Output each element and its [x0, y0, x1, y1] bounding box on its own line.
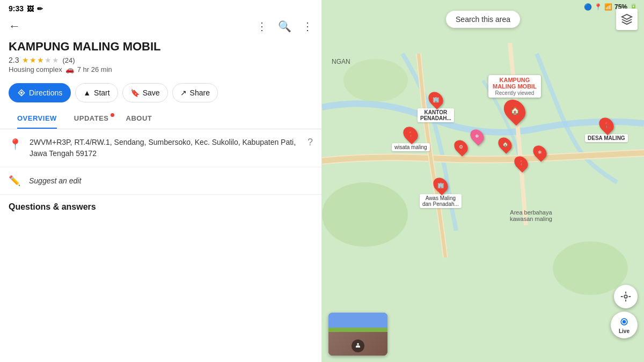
- status-bar: 9:33 🖼 ✏: [0, 0, 321, 15]
- search-icon[interactable]: 🔍: [278, 20, 291, 33]
- live-button[interactable]: Live: [611, 312, 638, 338]
- start-button[interactable]: ▲ Start: [75, 83, 118, 102]
- pin-area4[interactable]: 📍: [515, 156, 527, 171]
- pin-icon-kantor: 🏢: [433, 97, 439, 102]
- share-icon[interactable]: ⋮: [257, 20, 267, 33]
- pin-body-desa: 📍: [596, 115, 617, 135]
- suggest-edit-row[interactable]: ✏️ Suggest an edit: [0, 167, 321, 195]
- layers-button[interactable]: [616, 9, 638, 30]
- street-view-thumbnail[interactable]: [328, 313, 387, 356]
- place-name: KAMPUNG MALING MOBIL: [9, 40, 313, 54]
- pin-label-kantor: KANTORPENADAH...: [418, 108, 454, 122]
- svg-point-0: [322, 182, 408, 247]
- place-type-text: Housing complex: [9, 65, 62, 73]
- pin-body-main: 🏠: [500, 95, 530, 126]
- map-label-ngan: NGAN: [332, 58, 350, 65]
- pin-icon-area1: ⚙: [459, 144, 463, 150]
- pin-icon-desa: 📍: [603, 122, 610, 128]
- my-location-button[interactable]: [614, 285, 638, 308]
- pin-wisata[interactable]: 📍 wisata maling: [392, 126, 430, 151]
- edit-icon: ✏️: [9, 175, 21, 187]
- address-row: 📍 2WVM+R3P, RT.4/RW.1, Sendang, Sumberso…: [0, 129, 321, 167]
- pin-body-kantor: 🏢: [426, 89, 446, 109]
- signal-icon: 📶: [604, 3, 612, 11]
- live-label: Live: [619, 328, 630, 334]
- svg-point-4: [623, 320, 626, 323]
- pin-area5[interactable]: ❄: [534, 145, 546, 160]
- pin-area2[interactable]: ❄: [471, 129, 483, 144]
- pin-body-awas: 🏢: [430, 175, 451, 195]
- address-text: 2WVM+R3P, RT.4/RW.1, Sendang, Sumbersoko…: [30, 137, 300, 159]
- top-bar: ← ⋮ 🔍 ⋮: [0, 15, 321, 38]
- directions-icon: [17, 88, 26, 97]
- map-svg: [322, 0, 644, 362]
- status-icon-edit: ✏: [37, 5, 43, 13]
- pin-awas[interactable]: 🏢 Awas Malingdan Penadah...: [420, 177, 462, 208]
- help-icon[interactable]: ?: [308, 137, 313, 148]
- pin-label-awas: Awas Malingdan Penadah...: [420, 194, 462, 208]
- rating-number: 2.3: [9, 56, 19, 64]
- status-icon-photo: 🖼: [27, 5, 34, 13]
- action-buttons: Directions ▲ Start 🔖 Save ↗ Share: [0, 78, 321, 108]
- suggest-edit-text[interactable]: Suggest an edit: [29, 176, 81, 185]
- pin-area3[interactable]: 🏠: [499, 137, 511, 152]
- location-crosshair-icon: [620, 291, 632, 302]
- street-view-icon: [352, 339, 364, 352]
- review-count[interactable]: (24): [62, 56, 75, 64]
- place-type-row: Housing complex 🚗 7 hr 26 min: [9, 65, 313, 73]
- status-time: 9:33: [9, 4, 24, 13]
- svg-point-2: [343, 59, 408, 102]
- star-5: ★: [52, 56, 59, 64]
- pin-icon-area4: 📍: [518, 160, 524, 166]
- share-button[interactable]: ↗ Share: [172, 83, 218, 102]
- save-button[interactable]: 🔖 Save: [122, 83, 168, 102]
- pin-icon-main: 🏠: [510, 106, 519, 115]
- pin-icon-area2: ❄: [475, 134, 479, 139]
- layers-icon: [621, 13, 633, 25]
- pin-icon-area3: 🏠: [502, 142, 508, 147]
- pin-label-main: KAMPUNGMALING MOBILRecently viewed: [488, 75, 541, 98]
- star-1: ★: [22, 56, 29, 64]
- star-2: ★: [30, 56, 36, 64]
- rating-row: 2.3 ★ ★ ★ ★ ★ (24): [9, 56, 313, 64]
- start-icon: ▲: [83, 88, 91, 97]
- bluetooth-icon: 🔵: [584, 3, 592, 11]
- search-area-button[interactable]: Search this area: [446, 11, 520, 28]
- label-berbahaya: Area berbahayakawasan maling: [510, 209, 552, 222]
- pin-body-wisata: 📍: [400, 124, 421, 144]
- pin-icon-awas: 🏢: [437, 182, 444, 188]
- location-pin-icon: 📍: [9, 137, 22, 151]
- map-panel[interactable]: 🔵 📍 📶 75% 🔋 Search this area NGAN 🏢 KANT…: [322, 0, 644, 362]
- more-options-icon[interactable]: ⋮: [302, 20, 313, 33]
- pin-area1[interactable]: ⚙: [455, 139, 467, 154]
- pin-icon-area5: ❄: [538, 150, 542, 155]
- tabs: OVERVIEW UPDATES ABOUT: [0, 108, 321, 129]
- save-icon: 🔖: [130, 88, 140, 97]
- svg-point-6: [357, 343, 359, 345]
- star-3: ★: [37, 56, 44, 64]
- directions-button[interactable]: Directions: [9, 83, 71, 102]
- pin-label-desa: DESA MALING: [585, 134, 628, 142]
- left-panel: 9:33 🖼 ✏ ← ⋮ 🔍 ⋮ KAMPUNG MALING MOBIL 2.…: [0, 0, 322, 362]
- live-icon: [619, 316, 630, 327]
- svg-point-3: [624, 295, 627, 298]
- tab-updates[interactable]: UPDATES: [65, 108, 118, 129]
- pin-main[interactable]: KAMPUNGMALING MOBILRecently viewed 🏠: [488, 75, 541, 122]
- place-info: KAMPUNG MALING MOBIL 2.3 ★ ★ ★ ★ ★ (24) …: [0, 38, 321, 78]
- share-icon-btn: ↗: [180, 88, 187, 97]
- pin-icon-wisata: 📍: [407, 131, 414, 137]
- drive-time: 7 hr 26 min: [77, 65, 112, 73]
- back-button[interactable]: ←: [9, 19, 20, 33]
- tab-about[interactable]: ABOUT: [118, 108, 161, 129]
- pin-desa[interactable]: 📍 DESA MALING: [585, 117, 628, 142]
- pin-label-wisata: wisata maling: [392, 143, 430, 151]
- svg-point-1: [553, 241, 628, 295]
- star-rating: ★ ★ ★ ★ ★: [22, 56, 59, 64]
- location-icon: 📍: [594, 3, 602, 11]
- star-4: ★: [45, 56, 52, 64]
- qa-section-title: Questions & answers: [0, 195, 321, 215]
- updates-dot: [111, 113, 114, 117]
- pin-kantor[interactable]: 🏢 KANTORPENADAH...: [418, 91, 454, 122]
- tab-overview[interactable]: OVERVIEW: [9, 108, 65, 129]
- drive-icon: 🚗: [65, 65, 74, 73]
